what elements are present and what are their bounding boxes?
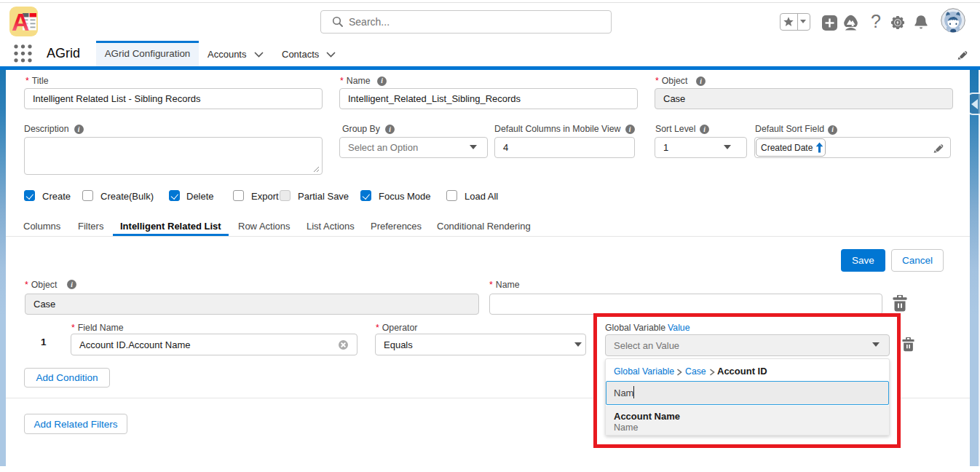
svg-text:A: A: [12, 8, 30, 36]
